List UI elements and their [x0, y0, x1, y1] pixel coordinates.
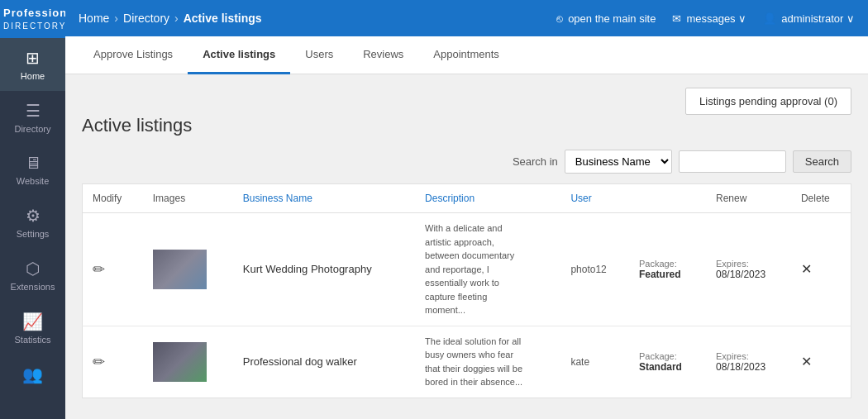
cell-renew-1: Expires: 08/18/2023	[706, 213, 791, 326]
sidebar-item-label: Directory	[14, 124, 50, 134]
package-label-1: Package:	[639, 259, 696, 269]
search-in-label: Search in	[513, 155, 558, 168]
business-name-sort-link[interactable]: Business Name	[243, 193, 312, 204]
cell-business-name-1: Kurt Wedding Photography	[233, 213, 415, 326]
cell-renew-2: Expires: 08/18/2023	[706, 326, 791, 398]
admin-label: administrator ∨	[781, 12, 855, 25]
expires-value-1: 08/18/2023	[716, 269, 781, 280]
edit-icon[interactable]: ✏	[93, 354, 105, 370]
sidebar-item-label: Home	[21, 71, 45, 81]
delete-button-2[interactable]: ✕	[801, 354, 812, 369]
delete-button-1[interactable]: ✕	[801, 261, 812, 277]
description-2: The ideal solution for all busy owners w…	[425, 335, 524, 389]
cell-delete-1: ✕	[791, 213, 851, 326]
cell-edit-1: ✏	[83, 213, 143, 326]
cell-user-1: photo12	[560, 213, 629, 326]
statistics-icon: 📈	[22, 312, 43, 331]
listing-image-inner-1	[153, 250, 207, 289]
sidebar-item-label: Settings	[17, 229, 50, 239]
cell-image-1	[143, 213, 233, 326]
cell-package-2: Package: Standard	[629, 326, 706, 398]
listings-table: Modify Images Business Name Description …	[82, 183, 851, 398]
col-package	[629, 184, 706, 213]
tab-reviews[interactable]: Reviews	[348, 36, 418, 74]
breadcrumb-directory[interactable]: Directory	[123, 12, 169, 25]
search-input[interactable]	[679, 150, 786, 173]
admin-icon: 👤	[763, 12, 776, 25]
cell-package-1: Package: Featured	[629, 213, 706, 326]
sidebar: Professionals DIRECTORY ⊞ Home ☰ Directo…	[0, 0, 65, 419]
package-value-2: Standard	[639, 361, 696, 373]
open-main-site-link[interactable]: ⎋ open the main site	[556, 12, 656, 25]
breadcrumb-current: Active listings	[184, 12, 262, 25]
directory-icon: ☰	[26, 101, 41, 121]
sidebar-item-extensions[interactable]: ⬡ Extensions	[0, 249, 65, 302]
brand-logo: Professionals DIRECTORY	[0, 0, 65, 38]
cell-description-1: With a delicate and artistic approach, b…	[415, 213, 560, 326]
package-label-2: Package:	[639, 351, 696, 361]
messages-link[interactable]: ✉ messages ∨	[672, 12, 746, 25]
website-icon: 🖥	[25, 154, 41, 173]
table-row: ✏ Kurt Wedding Photography With a delica…	[83, 213, 851, 326]
admin-link[interactable]: 👤 administrator ∨	[763, 12, 855, 25]
cell-delete-2: ✕	[791, 326, 851, 398]
listing-image-1	[153, 250, 207, 289]
cell-image-2	[143, 326, 233, 398]
messages-label: messages ∨	[686, 12, 746, 25]
home-icon: ⊞	[26, 48, 40, 68]
table-row: ✏ Professional dog walker The ideal solu…	[83, 326, 851, 398]
brand-bottom: DIRECTORY	[3, 21, 62, 31]
settings-icon: ⚙	[26, 206, 41, 226]
listing-image-2	[153, 342, 207, 382]
description-sort-link[interactable]: Description	[425, 193, 475, 204]
sidebar-item-label: Extensions	[11, 282, 55, 292]
package-value-1: Featured	[639, 269, 696, 280]
business-name-2: Professional dog walker	[243, 355, 405, 368]
col-description: Description	[415, 184, 560, 213]
sidebar-item-home[interactable]: ⊞ Home	[0, 38, 65, 91]
sidebar-item-statistics[interactable]: 📈 Statistics	[0, 302, 65, 355]
col-images: Images	[143, 184, 233, 213]
sidebar-item-directory[interactable]: ☰ Directory	[0, 91, 65, 144]
external-link-icon: ⎋	[556, 12, 563, 25]
col-delete: Delete	[791, 184, 851, 213]
col-modify: Modify	[83, 184, 143, 213]
topbar: Home › Directory › Active listings ⎋ ope…	[65, 0, 868, 36]
breadcrumb: Home › Directory › Active listings	[79, 12, 556, 25]
tab-users[interactable]: Users	[290, 36, 348, 74]
breadcrumb-sep-1: ›	[114, 12, 118, 25]
user-2: kate	[570, 356, 589, 368]
sidebar-item-users[interactable]: 👥	[0, 355, 65, 394]
brand-top: Professionals	[3, 7, 62, 21]
page-title: Active listings	[82, 115, 851, 136]
extensions-icon: ⬡	[26, 259, 40, 279]
user-sort-link[interactable]: User	[570, 193, 591, 204]
breadcrumb-home[interactable]: Home	[79, 12, 109, 25]
col-business-name: Business Name	[233, 184, 415, 213]
cell-business-name-2: Professional dog walker	[233, 326, 415, 398]
expires-value-2: 08/18/2023	[716, 361, 781, 373]
sidebar-item-settings[interactable]: ⚙ Settings	[0, 196, 65, 249]
breadcrumb-sep-2: ›	[174, 12, 179, 25]
tab-appointments[interactable]: Appointments	[418, 36, 514, 74]
expires-label-1: Expires:	[716, 259, 781, 269]
open-main-site-label: open the main site	[568, 12, 656, 25]
users-icon: 👥	[22, 364, 43, 384]
tab-approve-listings[interactable]: Approve Listings	[79, 36, 188, 74]
description-1: With a delicate and artistic approach, b…	[425, 221, 524, 317]
search-bar: Search in Business Name Search	[82, 150, 851, 174]
search-button[interactable]: Search	[793, 150, 851, 173]
tab-active-listings[interactable]: Active listings	[188, 36, 290, 74]
sidebar-item-website[interactable]: 🖥 Website	[0, 144, 65, 196]
cell-edit-2: ✏	[83, 326, 143, 398]
messages-icon: ✉	[672, 12, 681, 25]
sidebar-item-label: Website	[17, 176, 50, 186]
edit-icon[interactable]: ✏	[93, 261, 105, 278]
search-field-select[interactable]: Business Name	[565, 150, 672, 174]
pending-approval-button[interactable]: Listings pending approval (0)	[685, 88, 851, 115]
listing-image-inner-2	[153, 342, 207, 382]
sidebar-item-label: Statistics	[14, 335, 50, 345]
table-header-row: Modify Images Business Name Description …	[83, 184, 851, 213]
cell-description-2: The ideal solution for all busy owners w…	[415, 326, 560, 398]
topbar-right: ⎋ open the main site ✉ messages ∨ 👤 admi…	[556, 12, 855, 25]
